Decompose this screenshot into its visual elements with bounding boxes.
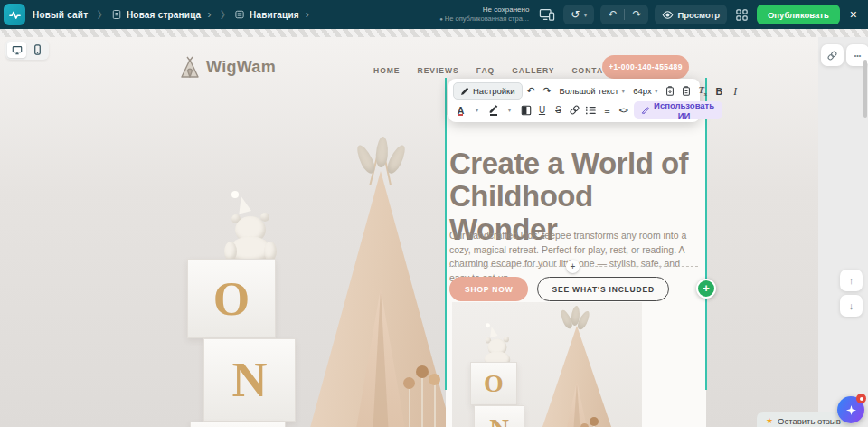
italic-button[interactable]: I <box>728 82 743 100</box>
fill-color-icon <box>521 105 532 116</box>
undo-icon: ↶ <box>608 8 617 21</box>
clear-format-button[interactable]: Tx <box>695 82 711 100</box>
cube-letter: N <box>489 413 509 427</box>
settings-chip[interactable]: Настройки <box>453 82 523 100</box>
add-element-button[interactable]: + <box>566 260 580 273</box>
apps-grid-icon <box>735 8 749 22</box>
breadcrumb-section[interactable]: Навигация › <box>234 8 309 21</box>
move-block-down-button[interactable]: ↓ <box>840 295 863 317</box>
link-button[interactable] <box>567 101 582 119</box>
use-ai-button[interactable]: Использовать ИИ <box>634 101 722 119</box>
publish-button[interactable]: Опубликовать <box>757 5 840 24</box>
font-size-dropdown[interactable]: 64px ▾ <box>629 82 662 100</box>
nav-link-reviews[interactable]: REVIEWS <box>418 66 459 75</box>
text-style-dropdown[interactable]: Большой текст ▾ <box>556 82 629 100</box>
breadcrumb-separator-icon: › <box>95 2 104 27</box>
paste-style-button[interactable] <box>679 82 694 100</box>
caret-down-icon: ▾ <box>475 106 478 114</box>
caret-down-icon: ▾ <box>655 87 658 95</box>
inline-photo[interactable]: O N E <box>452 302 642 427</box>
status-unsaved: Не сохранено <box>439 5 529 14</box>
nav-link-home[interactable]: HOME <box>373 66 401 75</box>
assistant-chat-button[interactable] <box>837 396 864 423</box>
undo-redo-group: ↶ ↷ <box>600 5 648 24</box>
letter-cube: N <box>203 338 296 422</box>
paste-style-icon <box>681 85 692 97</box>
list-icon <box>585 105 597 116</box>
text-color-button[interactable]: A <box>453 101 468 119</box>
highlight-button[interactable] <box>486 101 501 119</box>
apps-button[interactable] <box>733 6 750 24</box>
whats-included-button[interactable]: SEE WHAT'S INCLUDED <box>537 277 668 301</box>
arrow-down-icon: ↓ <box>849 300 854 311</box>
redo-icon: ↷ <box>632 8 641 21</box>
toolbar-row-1: Настройки ↶ ↷ Большой текст ▾ 64px ▾ Tx … <box>453 81 695 100</box>
cta-row: SHOP NOW SEE WHAT'S INCLUDED <box>449 277 669 301</box>
undo-button[interactable]: ↶ <box>600 5 624 24</box>
breadcrumb-page[interactable]: Новая страница › <box>111 8 211 21</box>
history-icon: ↺ <box>571 9 580 20</box>
builder-logo-icon[interactable] <box>4 4 25 25</box>
ellipsis-icon: ••• <box>854 52 861 59</box>
copy-style-button[interactable] <box>663 82 678 100</box>
feedback-label: Оставить отзыв <box>778 416 841 426</box>
nav-link-faq[interactable]: FAQ <box>476 66 495 75</box>
redo-button[interactable]: ↷ <box>625 5 648 24</box>
use-ai-label: Использовать ИИ <box>653 100 715 120</box>
underline-button[interactable]: U <box>534 101 550 119</box>
teepee-feather <box>384 143 409 176</box>
code-button[interactable]: <> <box>616 101 631 119</box>
history-button[interactable]: ↺ ▾ <box>563 5 594 24</box>
highlight-caret[interactable]: ▾ <box>502 101 517 119</box>
cake-pop <box>409 388 410 427</box>
add-block-button[interactable]: + <box>696 279 716 299</box>
letter-cube: N <box>474 405 524 427</box>
site-logo[interactable]: WigWam <box>179 55 276 79</box>
move-block-up-button[interactable]: ↑ <box>840 270 863 291</box>
ai-pen-icon <box>641 105 649 115</box>
copy-style-icon <box>665 85 675 97</box>
canvas-out-of-page-stripes <box>0 29 868 37</box>
devices-preview-button[interactable] <box>537 5 557 24</box>
close-button[interactable]: × <box>846 7 861 22</box>
highlighter-icon <box>488 103 499 117</box>
align-button[interactable]: ≡ <box>599 101 615 119</box>
text-toolbar: Настройки ↶ ↷ Большой текст ▾ 64px ▾ Tx … <box>448 79 700 122</box>
block-selection-border-left <box>445 78 447 390</box>
vertical-scrollbar-thumb[interactable] <box>863 60 867 118</box>
strikethrough-button[interactable]: S <box>551 101 566 119</box>
text-color-caret[interactable]: ▾ <box>469 101 485 119</box>
breadcrumb-site-name[interactable]: Новый сайт <box>33 10 88 20</box>
clear-format-icon: Tx <box>698 84 707 98</box>
letter-cube: O <box>470 362 517 405</box>
breadcrumb-page-name: Новая страница <box>127 10 201 20</box>
nav-link-gallery[interactable]: GALLERY <box>512 66 554 75</box>
desktop-view-button[interactable] <box>7 42 26 58</box>
redo-button[interactable]: ↷ <box>540 82 555 100</box>
caret-down-icon: ▾ <box>583 11 587 19</box>
preview-button[interactable]: Просмотр <box>655 5 727 24</box>
link-icon <box>569 104 580 116</box>
bold-button[interactable]: B <box>712 82 727 100</box>
cake-pop <box>421 377 423 427</box>
shop-now-button[interactable]: SHOP NOW <box>449 277 528 301</box>
redo-icon: ↷ <box>542 85 551 97</box>
page-link-button[interactable] <box>821 44 844 66</box>
list-button[interactable] <box>583 101 599 119</box>
chevron-right-icon: › <box>304 8 309 21</box>
notification-badge <box>856 394 866 403</box>
block-divider: + <box>449 266 698 277</box>
pen-icon <box>460 87 469 96</box>
undo-button[interactable]: ↶ <box>524 82 539 100</box>
mobile-view-button[interactable] <box>28 42 47 58</box>
desktop-icon <box>12 45 23 55</box>
caret-down-icon: ▾ <box>507 106 511 114</box>
block-selection-border-right <box>705 78 707 390</box>
text-style-value: Большой текст <box>560 86 619 96</box>
undo-icon: ↶ <box>526 85 534 97</box>
code-icon: <> <box>619 106 628 115</box>
leave-feedback-button[interactable]: ★ Оставить отзыв <box>757 412 850 427</box>
fill-color-button[interactable] <box>518 101 533 119</box>
devices-icon <box>539 7 555 22</box>
phone-button[interactable]: +1-000-140-455489 <box>602 55 689 79</box>
